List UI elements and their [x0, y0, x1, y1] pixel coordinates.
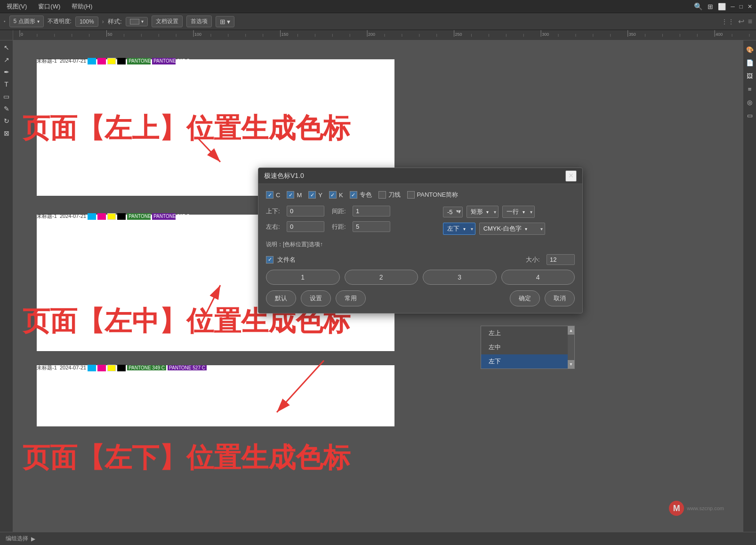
check-filename[interactable]: [266, 256, 273, 264]
canvas-area: 页面【左上】位置生成色标 页面【左中】位置生成色标 页面【左下】位置生成色标 未…: [13, 40, 743, 532]
checkbox-row: C M Y K 专色: [266, 191, 575, 199]
file-row: 文件名 大小:: [266, 254, 575, 265]
num-btn-2[interactable]: 2: [345, 270, 418, 285]
select-color-mode[interactable]: CMYK-白色字 ▾: [479, 223, 545, 235]
options-button[interactable]: 首选项: [186, 16, 212, 27]
option-left-down[interactable]: 左下: [481, 354, 574, 369]
check-cutline[interactable]: [378, 191, 386, 199]
panel-icon[interactable]: ↩: [738, 17, 744, 26]
check-C[interactable]: [266, 191, 273, 199]
svg-text:250: 250: [455, 32, 462, 37]
status-arrow[interactable]: ▶: [31, 536, 35, 542]
check-Y[interactable]: [308, 191, 316, 199]
svg-text:100: 100: [194, 32, 201, 37]
select-wrapper-shape: 矩形 ▾: [466, 206, 499, 218]
image-icon[interactable]: 🖼: [745, 71, 755, 81]
ruler-horizontal: // Will render ticks via inline SVG text…: [13, 30, 756, 40]
check-pantone[interactable]: [407, 191, 415, 199]
select-tool-icon[interactable]: ↖: [1, 42, 12, 53]
checkbox-C[interactable]: C: [266, 191, 280, 199]
menu-view[interactable]: 视图(V): [4, 1, 30, 12]
page-3: [37, 365, 394, 426]
select-shape[interactable]: 矩形 ▾: [466, 206, 499, 218]
option-left-up[interactable]: 左上: [481, 326, 574, 340]
lr-input[interactable]: [287, 221, 324, 232]
select-row[interactable]: 一行 ▾: [502, 206, 535, 218]
check-K[interactable]: [329, 191, 337, 199]
dialog-close-button[interactable]: ×: [565, 170, 577, 182]
dialog-body: C M Y K 专色: [258, 184, 582, 313]
swatch-c-1: [88, 58, 96, 64]
style-selector[interactable]: ▾: [126, 17, 148, 26]
check-M[interactable]: [287, 191, 294, 199]
opacity-selector[interactable]: 100%: [75, 16, 98, 27]
confirm-button[interactable]: 确定: [510, 290, 540, 306]
swatch-k-3: [117, 365, 126, 371]
select-row-value: 一行: [507, 208, 519, 215]
scroll-down-btn[interactable]: ▼: [568, 360, 574, 369]
checkbox-M[interactable]: M: [287, 191, 302, 199]
shape-selector[interactable]: 5 点圆形 ▾: [9, 16, 44, 27]
checkbox-K[interactable]: K: [329, 191, 343, 199]
num-btn-3[interactable]: 3: [423, 270, 497, 285]
size-input[interactable]: [547, 254, 575, 265]
doc-settings-button[interactable]: 文档设置: [152, 16, 183, 27]
swatch-pantone2-3: PANTONE 527 C: [168, 365, 207, 370]
form-row-ud: 上下: 间距:: [266, 206, 435, 216]
rotate-tool-icon[interactable]: ↻: [1, 116, 12, 126]
gap-input[interactable]: [353, 206, 390, 216]
scroll-up-btn[interactable]: ▲: [568, 326, 574, 335]
maximize-icon[interactable]: □: [740, 3, 743, 10]
settings-button[interactable]: 设置: [301, 290, 331, 306]
select-shape-value: 矩形: [471, 208, 483, 215]
control-row-2: 左下 ▾ CMYK-白色字 ▾: [443, 223, 575, 235]
check-spot[interactable]: [350, 191, 357, 199]
checkbox-spot[interactable]: 专色: [350, 191, 372, 199]
close-icon[interactable]: ✕: [748, 3, 752, 10]
menu-help[interactable]: 帮助(H): [69, 1, 95, 12]
search-icon[interactable]: 🔍: [694, 2, 703, 11]
swatch-pantone2-2: PANTONE 527 C: [152, 213, 176, 220]
num-btn-4[interactable]: 4: [501, 270, 575, 285]
pencil-tool-icon[interactable]: ✎: [1, 104, 12, 114]
swatch-y-1: [107, 58, 116, 64]
default-button[interactable]: 默认: [266, 290, 296, 306]
option-left-mid[interactable]: 左中: [481, 340, 574, 354]
ud-label: 上下:: [266, 207, 283, 216]
action-spacer: [370, 290, 505, 306]
expand-icon[interactable]: ⋮⋮: [721, 18, 734, 25]
pen-tool-icon[interactable]: ✒: [1, 67, 12, 77]
shape-dropdown-icon: ▾: [37, 19, 40, 24]
menu-toggle-icon[interactable]: ≡: [748, 17, 752, 26]
rect-icon[interactable]: ▭: [745, 110, 755, 120]
align-icon[interactable]: ⊞ ▾: [216, 16, 235, 27]
direct-select-icon[interactable]: ↗: [1, 55, 12, 65]
grid-icon[interactable]: ⊞: [708, 3, 713, 10]
shape-tool-icon[interactable]: ▭: [1, 91, 12, 102]
ud-input[interactable]: [287, 206, 324, 216]
common-button[interactable]: 常用: [336, 290, 366, 306]
file-icon[interactable]: 📄: [745, 57, 755, 68]
bullet-icon: •: [4, 19, 6, 24]
left-sidebar: ↖ ↗ ✒ T ▭ ✎ ↻ ⊠: [0, 40, 13, 532]
minimize-icon[interactable]: ─: [731, 3, 735, 10]
lines-icon[interactable]: ≡: [745, 84, 755, 94]
ruler-area: // Will render ticks via inline SVG text…: [0, 30, 756, 40]
checkbox-Y[interactable]: Y: [308, 191, 322, 199]
color-icon[interactable]: 🎨: [745, 44, 755, 55]
window-icon[interactable]: ⬜: [718, 3, 726, 10]
checkbox-pantone[interactable]: PANTONE简称: [407, 191, 458, 199]
select-position[interactable]: 左下 ▾: [443, 223, 475, 235]
num-btn-1[interactable]: 1: [266, 270, 340, 285]
pos-arrow: ▾: [463, 226, 466, 232]
cancel-button[interactable]: 取消: [545, 290, 575, 306]
arrow-right-icon: ›: [102, 18, 104, 25]
circle-icon[interactable]: ◎: [745, 97, 755, 107]
menu-window[interactable]: 窗口(W): [35, 1, 63, 12]
scale-tool-icon[interactable]: ⊠: [1, 128, 12, 138]
swatch-m-1: [97, 58, 106, 64]
checkbox-cutline[interactable]: 刀线: [378, 191, 401, 199]
color-bar-2: 未标题-1 2024-07-21 PANTONE 349 C PANTONE 5…: [37, 213, 176, 220]
type-tool-icon[interactable]: T: [1, 79, 12, 89]
line-gap-input[interactable]: [353, 221, 390, 232]
